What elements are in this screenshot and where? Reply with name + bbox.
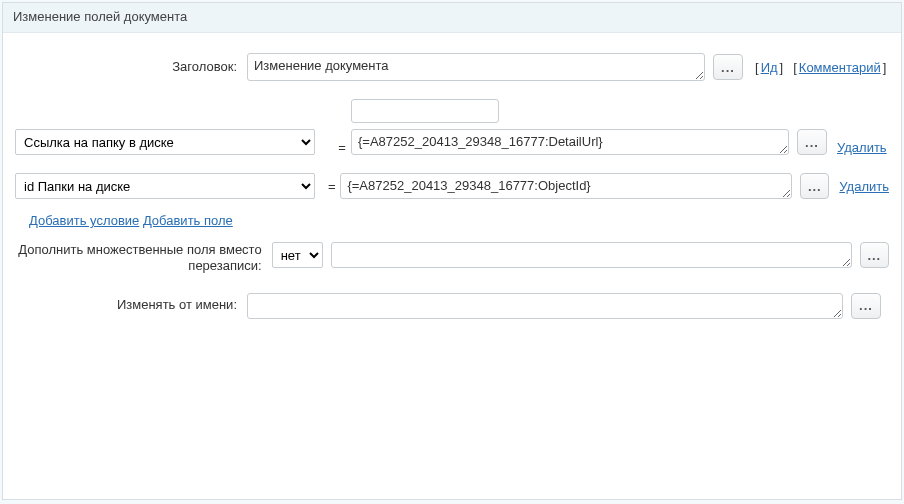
field-value-1[interactable]: {=A87252_20413_29348_16777:ObjectId}	[340, 173, 792, 199]
multi-select[interactable]: нет	[272, 242, 323, 268]
row-title: Заголовок: Изменение документа ... [Ид] …	[15, 53, 889, 81]
row-as-user: Изменять от имени: ...	[15, 293, 889, 319]
id-link[interactable]: Ид	[761, 60, 778, 75]
add-links-row: Добавить условие Добавить поле	[15, 213, 889, 238]
document-fields-panel: Изменение полей документа Заголовок: Изм…	[2, 2, 902, 500]
field-picker-0[interactable]: ...	[797, 129, 827, 155]
field-row-1: id Папки на диске = {=A87252_20413_29348…	[15, 173, 889, 199]
panel-title: Изменение полей документа	[3, 3, 901, 33]
row-multi: Дополнить множественные поля вместо пере…	[15, 242, 889, 275]
as-user-picker-button[interactable]: ...	[851, 293, 881, 319]
multi-picker-button[interactable]: ...	[860, 242, 889, 268]
bracket-close: ]	[780, 60, 784, 75]
label-multi: Дополнить множественные поля вместо пере…	[15, 242, 272, 275]
as-user-value[interactable]	[247, 293, 843, 319]
field-select-1[interactable]: id Папки на диске	[15, 173, 315, 199]
label-as-user: Изменять от имени:	[15, 297, 247, 313]
field-row-0: Ссылка на папку в диске = {=A87252_20413…	[15, 99, 889, 155]
title-picker-button[interactable]: ...	[713, 54, 743, 80]
field-value-0[interactable]: {=A87252_20413_29348_16777:DetailUrl}	[351, 129, 789, 155]
field-picker-1[interactable]: ...	[800, 173, 829, 199]
field-extra-input-0[interactable]	[351, 99, 499, 123]
add-condition-link[interactable]: Добавить условие	[29, 213, 139, 228]
equals-sign: =	[323, 179, 340, 194]
equals-sign: =	[333, 140, 351, 155]
add-field-link[interactable]: Добавить поле	[143, 213, 233, 228]
label-title: Заголовок:	[15, 59, 247, 75]
comment-link[interactable]: Комментарий	[799, 60, 881, 75]
panel-body: Заголовок: Изменение документа ... [Ид] …	[3, 33, 901, 349]
title-input[interactable]: Изменение документа	[247, 53, 705, 81]
bracket-open: [	[755, 60, 759, 75]
field-delete-0[interactable]: Удалить	[837, 140, 887, 155]
multi-value[interactable]	[331, 242, 852, 268]
field-select-0[interactable]: Ссылка на папку в диске	[15, 129, 315, 155]
field-delete-1[interactable]: Удалить	[839, 179, 889, 194]
